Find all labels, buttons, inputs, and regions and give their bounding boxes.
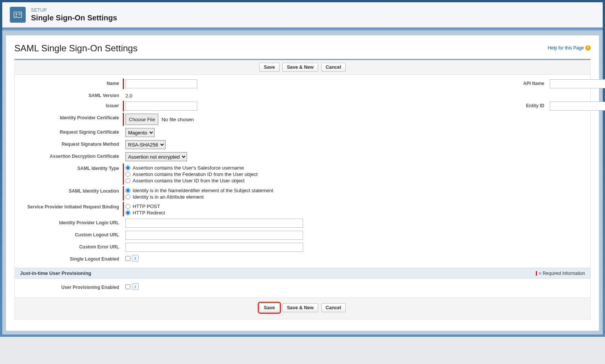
identity-location-option[interactable]: Identity is in an Attribute element: [125, 194, 273, 200]
setup-icon: [10, 7, 26, 23]
sp-binding-option[interactable]: HTTP Redirect: [125, 210, 165, 216]
custom-logout-url-input[interactable]: [125, 231, 303, 240]
required-indicator: [123, 163, 124, 185]
identity-type-option[interactable]: Assertion contains the Federation ID fro…: [125, 171, 258, 177]
req-signing-cert-select[interactable]: Magento: [125, 128, 155, 137]
info-icon[interactable]: i: [132, 283, 139, 290]
jit-section-title: Just-in-time User Provisioning: [20, 270, 91, 276]
custom-error-url-input[interactable]: [125, 243, 303, 252]
label-custom-logout-url: Custom Logout URL: [21, 230, 123, 238]
label-idp-cert: Identity Provider Certificate: [21, 113, 123, 120]
label-name: Name: [21, 79, 123, 86]
info-icon[interactable]: i: [132, 255, 139, 262]
choose-file-button[interactable]: Choose File: [125, 114, 158, 125]
label-req-signing-cert: Request Signing Certificate: [21, 127, 123, 135]
help-link[interactable]: Help for this Page ?: [548, 45, 591, 51]
button-bar-bottom: Save Save & New Cancel: [15, 298, 590, 319]
idp-login-url-input[interactable]: [125, 219, 303, 228]
issuer-input[interactable]: [125, 102, 197, 111]
label-req-sig-method: Request Signature Method: [21, 139, 123, 147]
label-idp-login-url: Identity Provider Login URL: [21, 218, 123, 225]
sp-binding-radios: HTTP POST HTTP Redirect: [125, 203, 165, 216]
page-header: SETUP Single Sign-On Settings: [2, 2, 603, 28]
required-indicator: [123, 101, 124, 111]
save-button[interactable]: Save: [259, 303, 279, 312]
label-slo-enabled: Single Logout Enabled: [21, 254, 123, 262]
form-wrap: Save Save & New Cancel Name API Name: [14, 59, 591, 319]
label-saml-identity-location: SAML Identity Location: [21, 186, 123, 194]
identity-type-radios: Assertion contains the User's Salesforce…: [125, 164, 258, 184]
label-assert-decrypt: Assertion Decryption Certificate: [21, 151, 123, 159]
save-new-button[interactable]: Save & New: [282, 63, 318, 72]
identity-location-radios: Identity is in the NameIdentifier elemen…: [125, 187, 273, 200]
identity-type-option[interactable]: Assertion contains the User's Salesforce…: [125, 165, 258, 171]
header-title: Single Sign-On Settings: [31, 14, 117, 22]
label-custom-error-url: Custom Error URL: [21, 242, 123, 250]
label-entity-id: Entity ID: [303, 101, 548, 108]
label-saml-identity-type: SAML Identity Type: [21, 163, 123, 171]
help-link-text: Help for this Page: [548, 45, 584, 51]
required-indicator: [123, 113, 124, 126]
entity-id-input[interactable]: [550, 102, 605, 111]
button-bar-top: Save Save & New Cancel: [15, 60, 590, 75]
label-sp-binding: Service Provider Initiated Request Bindi…: [21, 202, 123, 210]
required-indicator: [123, 202, 124, 216]
label-saml-version: SAML Version: [21, 91, 123, 98]
save-new-button[interactable]: Save & New: [282, 303, 318, 312]
required-legend: = Required Information: [536, 271, 585, 276]
identity-location-option[interactable]: Identity is in the NameIdentifier elemen…: [125, 188, 273, 193]
label-user-prov-enabled: User Provisioning Enabled: [21, 282, 123, 290]
header-eyebrow: SETUP: [31, 8, 117, 13]
file-status: No file chosen: [161, 117, 194, 122]
label-issuer: Issuer: [21, 101, 123, 108]
divider-band: [2, 28, 603, 31]
label-api-name: API Name: [303, 79, 548, 86]
cancel-button[interactable]: Cancel: [321, 303, 346, 312]
user-prov-enabled-checkbox[interactable]: [125, 284, 130, 289]
sp-binding-option[interactable]: HTTP POST: [125, 204, 165, 209]
help-icon: ?: [585, 45, 591, 51]
req-sig-method-select[interactable]: RSA-SHA256: [125, 140, 166, 149]
assert-decrypt-select[interactable]: Assertion not encrypted: [125, 152, 187, 161]
name-input[interactable]: [125, 79, 197, 88]
identity-type-option[interactable]: Assertion contains the User ID from the …: [125, 178, 258, 184]
cancel-button[interactable]: Cancel: [321, 63, 346, 72]
content-card: Help for this Page ? SAML Single Sign-On…: [6, 35, 599, 331]
jit-section-header: Just-in-time User Provisioning = Require…: [15, 268, 590, 279]
saml-version-value: 2.0: [125, 91, 132, 99]
save-button[interactable]: Save: [259, 63, 279, 72]
svg-point-1: [15, 13, 17, 15]
slo-enabled-checkbox[interactable]: [125, 256, 130, 261]
required-indicator: [123, 79, 124, 89]
page-title: SAML Single Sign-On Settings: [14, 43, 591, 54]
required-indicator: [123, 186, 124, 201]
api-name-input[interactable]: [550, 79, 605, 88]
